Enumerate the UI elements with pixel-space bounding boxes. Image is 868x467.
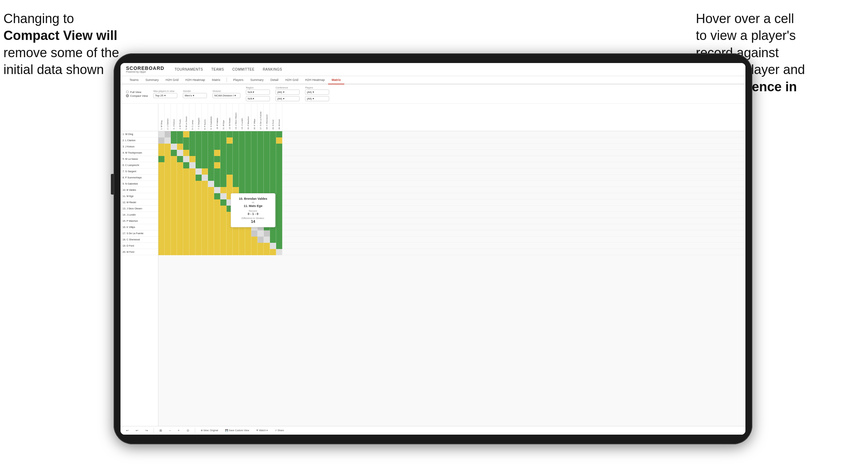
tab-matrix-teams[interactable]: Matrix bbox=[209, 76, 224, 84]
grid-cell-13-10[interactable] bbox=[214, 206, 220, 212]
grid-cell-7-4[interactable] bbox=[177, 168, 183, 175]
grid-cell-10-3[interactable] bbox=[171, 187, 177, 193]
grid-cell-3-12[interactable] bbox=[227, 144, 233, 150]
grid-cell-17-1[interactable] bbox=[158, 230, 165, 237]
grid-cell-20-15[interactable] bbox=[245, 249, 251, 255]
grid-cell-4-17[interactable] bbox=[258, 150, 264, 156]
tab-h2h-grid-teams[interactable]: H2H Grid bbox=[162, 76, 182, 84]
grid-cell-17-19[interactable] bbox=[270, 230, 276, 237]
grid-cell-10-17[interactable] bbox=[258, 187, 264, 193]
grid-cell-7-10[interactable] bbox=[214, 168, 220, 175]
grid-cell-16-6[interactable] bbox=[189, 224, 196, 230]
grid-cell-2-1[interactable] bbox=[158, 137, 165, 144]
grid-cell-6-8[interactable] bbox=[202, 162, 208, 168]
grid-cell-2-16[interactable] bbox=[251, 137, 258, 144]
grid-cell-10-2[interactable] bbox=[165, 187, 171, 193]
grid-cell-8-5[interactable] bbox=[183, 175, 189, 181]
grid-cell-5-7[interactable] bbox=[196, 156, 202, 162]
grid-cell-8-15[interactable] bbox=[245, 175, 251, 181]
grid-cell-20-14[interactable] bbox=[239, 249, 245, 255]
grid-cell-10-8[interactable] bbox=[202, 187, 208, 193]
grid-cell-5-19[interactable] bbox=[270, 156, 276, 162]
grid-cell-6-17[interactable] bbox=[258, 162, 264, 168]
grid-cell-6-6[interactable] bbox=[189, 162, 196, 168]
tab-detail[interactable]: Detail bbox=[267, 76, 282, 84]
grid-cell-13-20[interactable] bbox=[276, 206, 282, 212]
grid-cell-1-19[interactable] bbox=[270, 131, 276, 137]
grid-cell-15-3[interactable] bbox=[171, 218, 177, 224]
grid-cell-20-2[interactable] bbox=[165, 249, 171, 255]
grid-cell-10-15[interactable] bbox=[245, 187, 251, 193]
grid-cell-9-12[interactable] bbox=[227, 181, 233, 187]
grid-cell-1-6[interactable] bbox=[189, 131, 196, 137]
grid-cell-4-2[interactable] bbox=[165, 150, 171, 156]
grid-cell-5-15[interactable] bbox=[245, 156, 251, 162]
grid-cell-14-3[interactable] bbox=[171, 212, 177, 218]
grid-cell-9-16[interactable] bbox=[251, 181, 258, 187]
grid-cell-17-8[interactable] bbox=[202, 230, 208, 237]
grid-cell-18-17[interactable] bbox=[258, 237, 264, 243]
grid-cell-2-8[interactable] bbox=[202, 137, 208, 144]
grid-cell-18-10[interactable] bbox=[214, 237, 220, 243]
grid-cell-6-13[interactable] bbox=[233, 162, 239, 168]
grid-cell-15-11[interactable] bbox=[220, 218, 227, 224]
grid-cell-16-10[interactable] bbox=[214, 224, 220, 230]
grid-cell-12-11[interactable] bbox=[220, 199, 227, 206]
grid-cell-17-15[interactable] bbox=[245, 230, 251, 237]
grid-cell-17-11[interactable] bbox=[220, 230, 227, 237]
grid-cell-4-14[interactable] bbox=[239, 150, 245, 156]
grid-cell-2-10[interactable] bbox=[214, 137, 220, 144]
grid-cell-15-20[interactable] bbox=[276, 218, 282, 224]
grid-cell-4-7[interactable] bbox=[196, 150, 202, 156]
tab-matrix-players[interactable]: Matrix bbox=[328, 76, 344, 84]
grid-cell-4-1[interactable] bbox=[158, 150, 165, 156]
grid-cell-11-10[interactable] bbox=[214, 193, 220, 199]
grid-cell-9-11[interactable] bbox=[220, 181, 227, 187]
grid-cell-17-17[interactable] bbox=[258, 230, 264, 237]
grid-cell-11-8[interactable] bbox=[202, 193, 208, 199]
grid-cell-12-2[interactable] bbox=[165, 199, 171, 206]
grid-cell-19-3[interactable] bbox=[171, 243, 177, 249]
grid-cell-8-16[interactable] bbox=[251, 175, 258, 181]
gender-select[interactable]: Men's ▾ bbox=[183, 93, 207, 98]
grid-cell-5-12[interactable] bbox=[227, 156, 233, 162]
grid-cell-5-20[interactable] bbox=[276, 156, 282, 162]
grid-cell-19-12[interactable] bbox=[227, 243, 233, 249]
grid-cell-17-20[interactable] bbox=[276, 230, 282, 237]
grid-cell-20-19[interactable] bbox=[270, 249, 276, 255]
grid-cell-10-19[interactable] bbox=[270, 187, 276, 193]
grid-cell-15-1[interactable] bbox=[158, 218, 165, 224]
grid-cell-8-13[interactable] bbox=[233, 175, 239, 181]
grid-cell-19-6[interactable] bbox=[189, 243, 196, 249]
grid-cell-14-8[interactable] bbox=[202, 212, 208, 218]
full-view-radio[interactable] bbox=[126, 91, 129, 93]
grid-cell-14-7[interactable] bbox=[196, 212, 202, 218]
grid-cell-7-15[interactable] bbox=[245, 168, 251, 175]
grid-cell-7-1[interactable] bbox=[158, 168, 165, 175]
undo-btn[interactable]: ↩ bbox=[125, 428, 130, 433]
grid-cell-8-10[interactable] bbox=[214, 175, 220, 181]
grid-cell-1-14[interactable] bbox=[239, 131, 245, 137]
grid-cell-11-4[interactable] bbox=[177, 193, 183, 199]
grid-cell-9-13[interactable] bbox=[233, 181, 239, 187]
grid-cell-18-13[interactable] bbox=[233, 237, 239, 243]
grid-cell-18-4[interactable] bbox=[177, 237, 183, 243]
grid-cell-6-7[interactable] bbox=[196, 162, 202, 168]
nav-tournaments[interactable]: TOURNAMENTS bbox=[175, 68, 203, 71]
grid-cell-19-14[interactable] bbox=[239, 243, 245, 249]
grid-cell-6-9[interactable] bbox=[208, 162, 214, 168]
grid-cell-3-3[interactable] bbox=[171, 144, 177, 150]
grid-cell-12-6[interactable] bbox=[189, 199, 196, 206]
max-players-select[interactable]: Top 25 ▾ bbox=[153, 93, 177, 98]
grid-cell-9-15[interactable] bbox=[245, 181, 251, 187]
grid-cell-16-1[interactable] bbox=[158, 224, 165, 230]
grid-cell-2-7[interactable] bbox=[196, 137, 202, 144]
grid-cell-18-12[interactable] bbox=[227, 237, 233, 243]
grid-cell-3-14[interactable] bbox=[239, 144, 245, 150]
grid-cell-9-2[interactable] bbox=[165, 181, 171, 187]
grid-cell-5-10[interactable] bbox=[214, 156, 220, 162]
grid-cell-1-8[interactable] bbox=[202, 131, 208, 137]
grid-cell-2-13[interactable] bbox=[233, 137, 239, 144]
grid-cell-1-12[interactable] bbox=[227, 131, 233, 137]
grid-cell-11-7[interactable] bbox=[196, 193, 202, 199]
